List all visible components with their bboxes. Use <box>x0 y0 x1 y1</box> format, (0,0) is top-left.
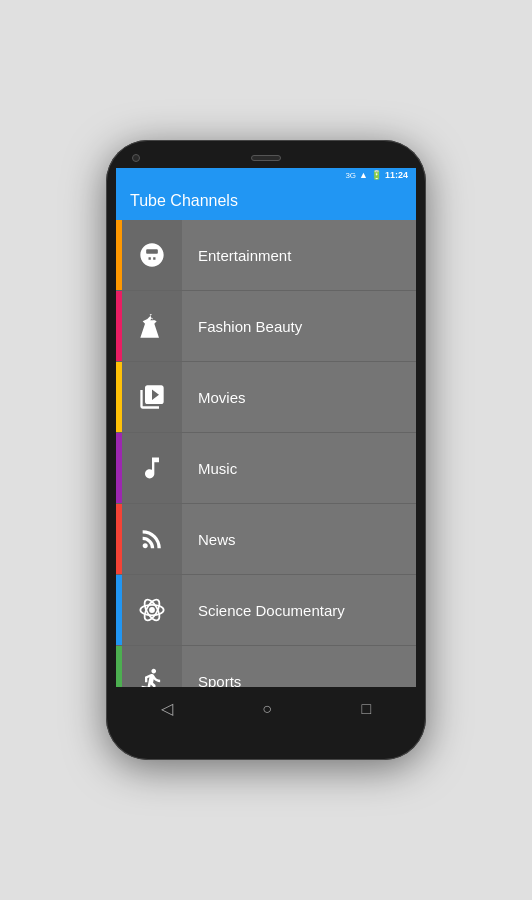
app-title: Tube Channels <box>130 192 238 209</box>
channel-item-sports[interactable]: Sports <box>116 646 416 687</box>
battery-icon: 🔋 <box>371 170 382 180</box>
signal-icon: ▲ <box>359 170 368 180</box>
network-indicator: 3G <box>345 171 356 180</box>
icon-area-science-documentary <box>122 575 182 645</box>
channel-name-science-documentary: Science Documentary <box>182 602 361 619</box>
icon-area-fashion-beauty <box>122 291 182 361</box>
icon-area-movies <box>122 362 182 432</box>
clock: 11:24 <box>385 170 408 180</box>
svg-point-0 <box>149 607 155 613</box>
channel-name-music: Music <box>182 460 253 477</box>
phone-frame: 3G ▲ 🔋 11:24 Tube Channels Entertainment… <box>106 140 426 760</box>
channel-name-sports: Sports <box>182 673 257 688</box>
channel-name-entertainment: Entertainment <box>182 247 307 264</box>
speaker <box>251 155 281 161</box>
channel-name-fashion-beauty: Fashion Beauty <box>182 318 318 335</box>
screen: 3G ▲ 🔋 11:24 Tube Channels Entertainment… <box>116 168 416 687</box>
front-camera <box>132 154 140 162</box>
channel-name-news: News <box>182 531 252 548</box>
status-icons: 3G ▲ 🔋 11:24 <box>345 170 408 180</box>
channel-item-news[interactable]: News <box>116 504 416 575</box>
channel-item-fashion-beauty[interactable]: Fashion Beauty <box>116 291 416 362</box>
app-header: Tube Channels <box>116 182 416 220</box>
channel-item-science-documentary[interactable]: Science Documentary <box>116 575 416 646</box>
phone-top-bar <box>116 154 416 168</box>
home-button[interactable]: ○ <box>250 696 284 722</box>
icon-area-music <box>122 433 182 503</box>
icon-area-news <box>122 504 182 574</box>
channel-item-movies[interactable]: Movies <box>116 362 416 433</box>
bottom-nav: ◁ ○ □ <box>116 687 416 730</box>
phone-bottom <box>116 730 416 746</box>
icon-area-sports <box>122 646 182 687</box>
icon-area-entertainment <box>122 220 182 290</box>
channel-name-movies: Movies <box>182 389 262 406</box>
back-button[interactable]: ◁ <box>149 695 185 722</box>
channel-item-music[interactable]: Music <box>116 433 416 504</box>
channel-list: EntertainmentFashion BeautyMoviesMusicNe… <box>116 220 416 687</box>
recent-button[interactable]: □ <box>350 696 384 722</box>
status-bar: 3G ▲ 🔋 11:24 <box>116 168 416 182</box>
channel-item-entertainment[interactable]: Entertainment <box>116 220 416 291</box>
